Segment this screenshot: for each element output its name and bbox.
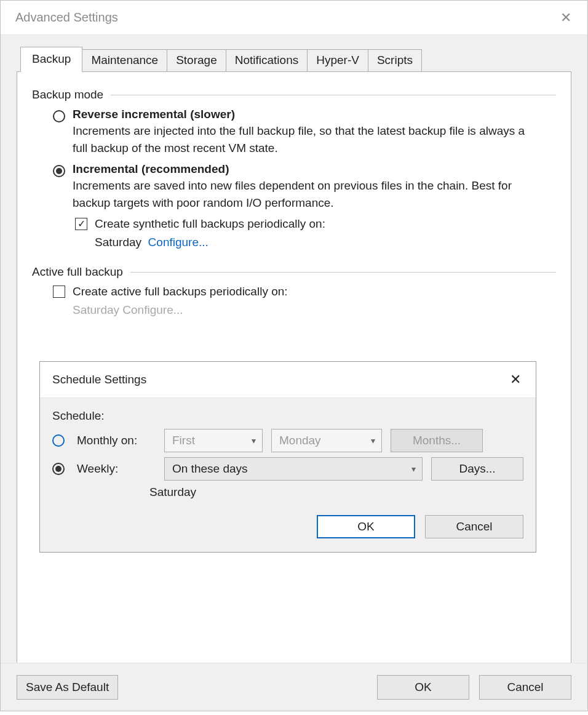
schedule-cancel-button[interactable]: Cancel [425, 515, 523, 538]
active-full-checkbox[interactable] [53, 286, 65, 298]
days-button[interactable]: Days... [431, 457, 523, 481]
schedule-titlebar: Schedule Settings ✕ [40, 362, 536, 398]
advanced-settings-window: Advanced Settings ✕ Backup Maintenance S… [0, 0, 588, 711]
active-full-legend-text: Active full backup [32, 265, 123, 279]
titlebar: Advanced Settings ✕ [1, 1, 587, 35]
active-full-section: Active full backup Create active full ba… [32, 265, 556, 317]
synthetic-full-label: Create synthetic full backups periodical… [95, 217, 325, 231]
months-button: Months... [391, 429, 483, 452]
schedule-button-row: OK Cancel [52, 515, 523, 538]
radio-weekly[interactable] [52, 463, 65, 475]
synthetic-full-checkbox-row: Create synthetic full backups periodical… [75, 217, 556, 231]
radio-incremental[interactable] [53, 165, 65, 177]
cancel-button[interactable]: Cancel [479, 675, 571, 700]
active-full-legend: Active full backup [32, 265, 556, 279]
weekly-combo-value: On these days [172, 462, 248, 476]
active-full-day: Saturday [73, 303, 119, 316]
divider [111, 95, 556, 95]
radio-reverse-incremental[interactable] [53, 110, 65, 122]
incremental-title: Incremental (recommended) [73, 162, 540, 176]
active-full-configure-link: Configure... [122, 303, 183, 316]
tab-scripts[interactable]: Scripts [368, 49, 422, 72]
backup-mode-legend-text: Backup mode [32, 88, 103, 102]
weekly-combo[interactable]: On these days ▾ [164, 457, 423, 481]
monthly-ordinal-combo: First ▾ [164, 429, 263, 452]
synthetic-configure-link[interactable]: Configure... [148, 236, 209, 249]
active-full-checkbox-row: Create active full backups periodically … [53, 285, 556, 298]
divider [130, 272, 556, 273]
active-full-subline: Saturday Configure... [73, 303, 556, 317]
window-title: Advanced Settings [15, 10, 118, 25]
chevron-down-icon: ▾ [371, 436, 375, 445]
weekly-row: Weekly: On these days ▾ Days... [52, 457, 523, 481]
ok-button[interactable]: OK [377, 675, 469, 700]
schedule-body: Schedule: Monthly on: First ▾ Monday ▾ M… [40, 398, 536, 552]
incremental-desc: Increments are saved into new files depe… [73, 177, 540, 211]
reverse-incremental-desc: Increments are injected into the full ba… [73, 122, 540, 156]
backup-mode-legend: Backup mode [32, 88, 556, 102]
synthetic-full-checkbox[interactable] [75, 218, 87, 230]
radio-monthly[interactable] [52, 434, 65, 447]
chevron-down-icon: ▾ [411, 464, 416, 474]
client-area: Backup Maintenance Storage Notifications… [1, 35, 587, 663]
monthly-day-value: Monday [279, 434, 321, 447]
monthly-label: Monthly on: [77, 434, 156, 447]
schedule-label: Schedule: [52, 409, 523, 423]
bottom-button-bar: Save As Default OK Cancel [1, 663, 587, 711]
schedule-close-icon[interactable]: ✕ [505, 369, 526, 390]
schedule-ok-button[interactable]: OK [317, 515, 415, 538]
tab-hyperv[interactable]: Hyper-V [307, 49, 368, 72]
monthly-day-combo: Monday ▾ [271, 429, 382, 452]
tab-backup[interactable]: Backup [20, 47, 82, 72]
tab-storage[interactable]: Storage [167, 49, 226, 72]
tab-maintenance[interactable]: Maintenance [82, 49, 167, 72]
tab-page-backup: Backup mode Reverse incremental (slower)… [17, 71, 571, 663]
monthly-row: Monthly on: First ▾ Monday ▾ Months... [52, 429, 523, 452]
synthetic-full-subline: Saturday Configure... [95, 236, 556, 249]
active-full-label: Create active full backups periodically … [73, 285, 288, 298]
tab-strip: Backup Maintenance Storage Notifications… [20, 46, 571, 71]
reverse-incremental-title: Reverse incremental (slower) [73, 108, 540, 121]
monthly-ordinal-value: First [172, 434, 195, 447]
close-icon[interactable]: ✕ [555, 7, 576, 28]
schedule-title: Schedule Settings [52, 373, 146, 386]
weekly-selected-day: Saturday [149, 485, 523, 499]
save-as-default-button[interactable]: Save As Default [17, 675, 118, 700]
incremental-option[interactable]: Incremental (recommended) Increments are… [53, 162, 556, 211]
reverse-incremental-option[interactable]: Reverse incremental (slower) Increments … [53, 108, 556, 156]
weekly-label: Weekly: [77, 462, 156, 476]
tab-notifications[interactable]: Notifications [226, 49, 308, 72]
chevron-down-icon: ▾ [252, 436, 256, 445]
synthetic-full-day: Saturday [95, 236, 141, 249]
schedule-settings-dialog: Schedule Settings ✕ Schedule: Monthly on… [39, 361, 536, 553]
